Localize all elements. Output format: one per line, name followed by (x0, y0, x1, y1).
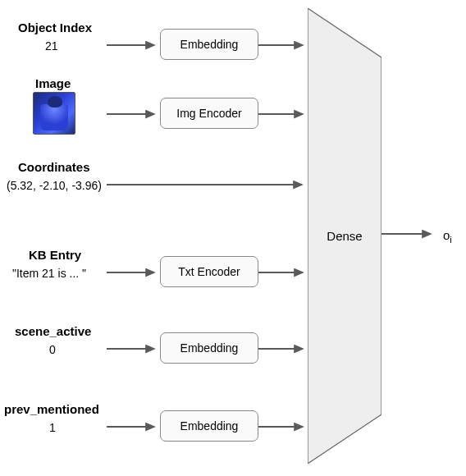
arrow-enc-to-dense-1 (258, 108, 316, 125)
image-thumbnail (33, 92, 75, 135)
label-scene-active: scene_active (15, 324, 91, 338)
encoder-object-index: Embedding (160, 29, 258, 60)
encoder-image: Img Encoder (160, 98, 258, 129)
value-coordinates: (5.32, -2.10, -3.96) (7, 179, 102, 192)
arrow-object-index-to-enc (107, 39, 164, 56)
arrow-scene-to-enc (107, 343, 164, 359)
label-coordinates: Coordinates (18, 160, 90, 174)
encoder-scene-active: Embedding (160, 332, 258, 364)
arrow-coordinates-to-dense (107, 179, 312, 195)
arrow-enc-to-dense-5 (258, 421, 316, 437)
label-prev-mentioned: prev_mentioned (4, 402, 99, 416)
output-sub: i (450, 235, 451, 245)
value-prev-mentioned: 1 (49, 421, 56, 434)
value-object-index: 21 (45, 39, 58, 53)
arrow-enc-to-dense-3 (258, 267, 316, 283)
value-kb-entry: "Item 21 is ... " (12, 267, 86, 280)
value-scene-active: 0 (49, 343, 56, 356)
arrow-kb-to-enc (107, 267, 164, 283)
encoder-prev-mentioned: Embedding (160, 410, 258, 442)
svg-marker-0 (308, 8, 381, 464)
arrow-prev-to-enc (107, 421, 164, 437)
arrow-image-to-enc (107, 108, 164, 125)
arrow-enc-to-dense-4 (258, 343, 316, 359)
output-label: oi (443, 228, 452, 245)
arrow-dense-to-output (381, 228, 439, 245)
arrow-enc-to-dense-0 (258, 39, 316, 56)
label-object-index: Object Index (18, 21, 92, 34)
dense-block-shape (308, 8, 381, 464)
label-image: Image (35, 76, 71, 90)
label-kb-entry: KB Entry (29, 248, 81, 262)
encoder-kb-entry: Txt Encoder (160, 256, 258, 287)
